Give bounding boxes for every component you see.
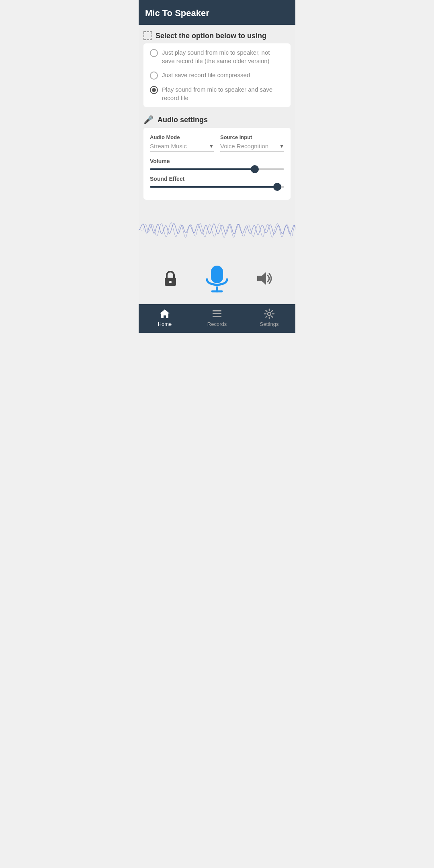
- sound-effect-label: Sound Effect: [150, 176, 284, 182]
- nav-item-home[interactable]: Home: [149, 308, 181, 327]
- mic-icon: 🎤: [143, 115, 154, 125]
- audio-settings-title: 🎤 Audio settings: [139, 113, 295, 128]
- records-icon: [211, 308, 223, 319]
- svg-rect-12: [213, 316, 215, 317]
- radio-option-1[interactable]: Just play sound from mic to speaker, not…: [150, 48, 284, 65]
- lock-button[interactable]: [162, 270, 179, 287]
- app-header: Mic To Speaker: [139, 0, 295, 25]
- sound-effect-section: Sound Effect: [150, 176, 284, 188]
- source-input-dropdown[interactable]: Voice Recognition ▼: [220, 143, 284, 151]
- bottom-nav: Home Records Settings: [139, 304, 295, 333]
- radio-label-1: Just play sound from mic to speaker, not…: [162, 48, 284, 65]
- audio-settings-label: Audio settings: [158, 116, 208, 124]
- select-section-title: Select the option below to using: [139, 25, 295, 43]
- main-content: Select the option below to using Just pl…: [139, 25, 295, 304]
- audio-mode-arrow-icon: ▼: [209, 143, 214, 149]
- sound-effect-fill: [150, 186, 277, 188]
- nav-item-settings[interactable]: Settings: [253, 308, 285, 327]
- svg-rect-11: [213, 313, 215, 314]
- waveform-svg: [139, 214, 295, 246]
- sound-effect-track: [150, 186, 284, 188]
- source-input-label: Source Input: [220, 134, 284, 140]
- speaker-icon: [255, 270, 272, 287]
- source-input-field: Source Input Voice Recognition ▼: [220, 134, 284, 151]
- radio-circle-2: [150, 72, 158, 80]
- audio-mode-value: Stream Music: [150, 143, 187, 149]
- mic-button[interactable]: [201, 262, 233, 295]
- speaker-button[interactable]: [255, 270, 272, 287]
- audio-mode-label: Audio Mode: [150, 134, 214, 140]
- mic-main-icon: [201, 262, 233, 295]
- svg-marker-5: [257, 272, 266, 285]
- volume-section: Volume: [150, 158, 284, 170]
- svg-point-13: [268, 312, 271, 315]
- app-title: Mic To Speaker: [145, 8, 209, 18]
- radio-circle-3: [150, 86, 158, 94]
- radio-label-3: Play sound from mic to speaker and save …: [162, 85, 284, 102]
- home-label: Home: [158, 321, 172, 327]
- lock-icon: [162, 270, 179, 287]
- source-input-arrow-icon: ▼: [279, 143, 284, 149]
- dashed-border-icon: [143, 31, 152, 40]
- controls-area: [139, 254, 295, 304]
- home-icon: [159, 308, 170, 319]
- radio-label-2: Just save record file compressed: [162, 71, 250, 79]
- svg-rect-2: [211, 266, 223, 283]
- sound-effect-thumb[interactable]: [273, 183, 281, 191]
- volume-thumb[interactable]: [251, 165, 259, 173]
- source-input-value: Voice Recognition: [220, 143, 268, 149]
- volume-fill: [150, 168, 255, 170]
- volume-track: [150, 168, 284, 170]
- select-title-text: Select the option below to using: [156, 32, 266, 40]
- audio-mode-dropdown[interactable]: Stream Music ▼: [150, 143, 214, 151]
- svg-marker-6: [160, 309, 170, 318]
- audio-settings-card: Audio Mode Stream Music ▼ Source Input V…: [143, 128, 291, 200]
- radio-option-2[interactable]: Just save record file compressed: [150, 71, 284, 80]
- radio-circle-1: [150, 49, 158, 57]
- volume-label: Volume: [150, 158, 284, 164]
- settings-label: Settings: [260, 321, 279, 327]
- radio-option-3[interactable]: Play sound from mic to speaker and save …: [150, 85, 284, 102]
- svg-point-1: [169, 281, 172, 283]
- waveform-area: [139, 206, 295, 254]
- settings-icon: [264, 308, 275, 319]
- records-label: Records: [207, 321, 227, 327]
- audio-dropdowns-row: Audio Mode Stream Music ▼ Source Input V…: [150, 134, 284, 151]
- options-card: Just play sound from mic to speaker, not…: [143, 43, 291, 107]
- svg-rect-10: [213, 310, 215, 311]
- audio-mode-field: Audio Mode Stream Music ▼: [150, 134, 214, 151]
- nav-item-records[interactable]: Records: [201, 308, 233, 327]
